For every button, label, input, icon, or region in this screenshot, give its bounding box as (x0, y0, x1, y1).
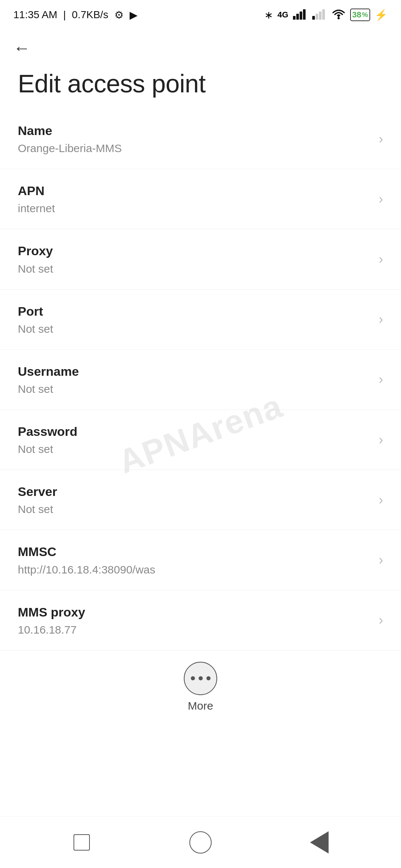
separator: | (63, 9, 66, 21)
name-label: Name (18, 122, 371, 139)
server-text: Server Not set (18, 483, 371, 516)
username-item[interactable]: Username Not set › (0, 350, 401, 410)
signal-icon (293, 9, 308, 21)
bluetooth-icon: ∗ (264, 9, 273, 21)
name-item[interactable]: Name Orange-Liberia-MMS › (0, 109, 401, 169)
mmsc-label: MMSC (18, 543, 371, 560)
port-chevron-icon: › (379, 312, 383, 327)
port-value: Not set (18, 322, 371, 336)
more-area: More (0, 651, 401, 720)
svg-rect-0 (293, 16, 296, 20)
proxy-item[interactable]: Proxy Not set › (0, 229, 401, 289)
username-value: Not set (18, 382, 371, 396)
speed-display: 0.7KB/s (72, 9, 108, 21)
svg-rect-6 (319, 11, 322, 20)
svg-rect-3 (303, 9, 306, 20)
back-nav-button[interactable] (301, 828, 338, 857)
name-text: Name Orange-Liberia-MMS (18, 122, 371, 155)
svg-point-8 (338, 17, 340, 19)
mmsc-value: http://10.16.18.4:38090/was (18, 562, 371, 577)
apn-label: APN (18, 183, 371, 199)
apn-text: APN internet (18, 183, 371, 216)
charging-icon: ⚡ (375, 9, 388, 21)
proxy-label: Proxy (18, 243, 371, 259)
apn-chevron-icon: › (379, 191, 383, 207)
home-icon (189, 831, 212, 854)
battery-percent: % (362, 11, 368, 19)
proxy-value: Not set (18, 262, 371, 276)
back-button[interactable]: ← (13, 38, 30, 58)
home-button[interactable] (182, 828, 219, 857)
server-chevron-icon: › (379, 492, 383, 508)
time-display: 11:35 AM (13, 9, 57, 21)
recent-apps-button[interactable] (63, 828, 100, 857)
apn-item[interactable]: APN internet › (0, 169, 401, 229)
port-item[interactable]: Port Not set › (0, 290, 401, 350)
more-label: More (188, 700, 213, 712)
back-area: ← (0, 27, 401, 62)
mmsc-text: MMSC http://10.16.18.4:38090/was (18, 543, 371, 576)
server-item[interactable]: Server Not set › (0, 470, 401, 530)
password-item[interactable]: Password Not set › (0, 410, 401, 470)
mms-proxy-value: 10.16.18.77 (18, 622, 371, 637)
svg-rect-2 (300, 11, 302, 20)
name-chevron-icon: › (379, 131, 383, 147)
proxy-chevron-icon: › (379, 251, 383, 267)
svg-rect-1 (296, 14, 299, 20)
back-nav-icon (310, 831, 329, 854)
username-label: Username (18, 363, 371, 379)
username-chevron-icon: › (379, 372, 383, 387)
name-value: Orange-Liberia-MMS (18, 141, 371, 155)
server-label: Server (18, 483, 371, 500)
back-arrow-icon: ← (13, 38, 30, 58)
proxy-text: Proxy Not set (18, 243, 371, 276)
network-4g-icon: 4G (277, 10, 288, 20)
port-text: Port Not set (18, 303, 371, 336)
mms-proxy-item[interactable]: MMS proxy 10.16.18.77 › (0, 591, 401, 651)
battery-indicator: 38 % (350, 9, 371, 21)
svg-rect-5 (316, 14, 318, 20)
page-title: Edit access point (0, 62, 401, 109)
password-label: Password (18, 423, 371, 440)
settings-icon: ⚙ (114, 9, 124, 21)
recent-apps-icon (74, 834, 90, 851)
port-label: Port (18, 303, 371, 319)
svg-rect-7 (322, 9, 325, 20)
more-button[interactable] (184, 662, 217, 695)
svg-rect-4 (312, 16, 315, 20)
settings-list: Name Orange-Liberia-MMS › APN internet ›… (0, 109, 401, 651)
status-right: ∗ 4G (264, 9, 388, 21)
password-chevron-icon: › (379, 432, 383, 448)
mmsc-item[interactable]: MMSC http://10.16.18.4:38090/was › (0, 530, 401, 590)
more-dots-icon (191, 676, 211, 680)
mms-proxy-label: MMS proxy (18, 604, 371, 620)
battery-level: 38 (352, 10, 361, 20)
server-value: Not set (18, 502, 371, 516)
mmsc-chevron-icon: › (379, 552, 383, 568)
signal2-icon (312, 9, 327, 21)
navigation-bar (0, 816, 401, 868)
password-value: Not set (18, 442, 371, 456)
username-text: Username Not set (18, 363, 371, 396)
mms-proxy-text: MMS proxy 10.16.18.77 (18, 604, 371, 637)
status-bar: 11:35 AM | 0.7KB/s ⚙ ▶ ∗ 4G (0, 0, 401, 27)
wifi-icon (332, 9, 346, 21)
mms-proxy-chevron-icon: › (379, 612, 383, 628)
video-icon: ▶ (130, 9, 138, 21)
apn-value: internet (18, 201, 371, 216)
status-left: 11:35 AM | 0.7KB/s ⚙ ▶ (13, 9, 138, 21)
password-text: Password Not set (18, 423, 371, 456)
